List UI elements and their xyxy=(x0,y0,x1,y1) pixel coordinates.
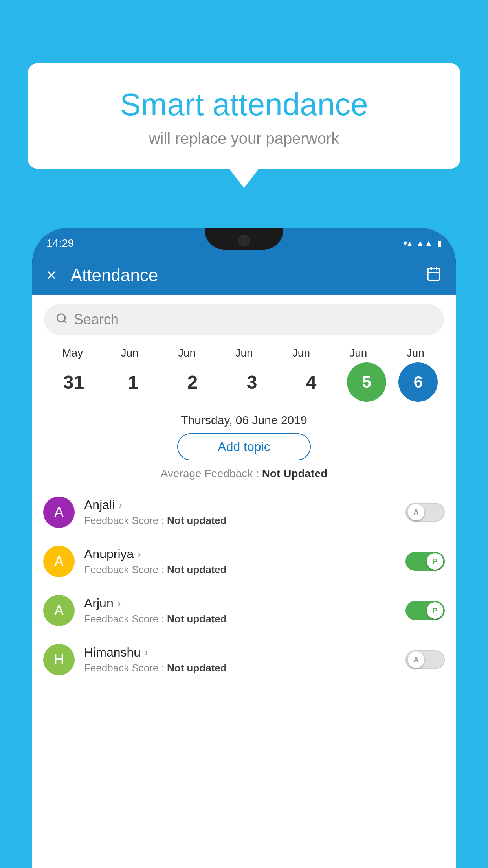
chevron-icon: › xyxy=(138,548,141,560)
app-bar-title: Attendance xyxy=(71,265,426,285)
chevron-icon: › xyxy=(119,499,122,511)
day-5-selected[interactable]: 5 xyxy=(347,362,386,402)
toggle-knob-anupriya: P xyxy=(427,553,443,570)
avg-feedback-label: Average Feedback : xyxy=(161,467,259,480)
day-4[interactable]: 4 xyxy=(288,371,335,393)
app-bar: × Attendance xyxy=(32,256,456,295)
month-4: Jun xyxy=(277,347,325,359)
student-item-anjali[interactable]: A Anjali › Feedback Score : Not updated … xyxy=(32,488,456,537)
svg-point-4 xyxy=(57,314,65,322)
month-5: Jun xyxy=(335,347,382,359)
battery-icon: ▮ xyxy=(437,238,442,248)
day-2[interactable]: 2 xyxy=(169,371,216,393)
search-placeholder: Search xyxy=(74,311,119,328)
avatar-anupriya: A xyxy=(43,546,75,577)
toggle-knob-anjali: A xyxy=(408,504,424,520)
phone-notch xyxy=(205,228,283,250)
avatar-anjali: A xyxy=(43,497,75,528)
calendar-months: May Jun Jun Jun Jun Jun Jun xyxy=(40,347,448,359)
selected-date: Thursday, 06 June 2019 xyxy=(32,414,456,427)
student-item-arjun[interactable]: A Arjun › Feedback Score : Not updated P xyxy=(32,586,456,635)
avg-feedback-value: Not Updated xyxy=(262,467,327,480)
svg-rect-0 xyxy=(428,268,440,280)
month-1: Jun xyxy=(106,347,153,359)
student-name-arjun: Arjun › xyxy=(84,596,405,611)
student-info-anupriya: Anupriya › Feedback Score : Not updated xyxy=(84,547,405,576)
day-1[interactable]: 1 xyxy=(110,371,157,393)
search-bar[interactable]: Search xyxy=(44,304,444,335)
status-time: 14:29 xyxy=(46,234,74,250)
status-icons: ▾▴ ▲▲ ▮ xyxy=(403,235,442,248)
calendar-days: 31 1 2 3 4 5 6 xyxy=(40,359,448,410)
toggle-knob-arjun: P xyxy=(427,602,443,619)
toggle-anupriya[interactable]: P xyxy=(405,552,445,571)
phone-camera xyxy=(238,235,250,246)
student-info-arjun: Arjun › Feedback Score : Not updated xyxy=(84,596,405,625)
phone-frame: 14:29 ▾▴ ▲▲ ▮ × Attendance xyxy=(32,228,456,868)
add-topic-button[interactable]: Add topic xyxy=(177,433,311,460)
student-name-anjali: Anjali › xyxy=(84,498,405,512)
student-item-anupriya[interactable]: A Anupriya › Feedback Score : Not update… xyxy=(32,537,456,586)
calendar-strip: May Jun Jun Jun Jun Jun Jun 31 1 2 3 4 5… xyxy=(32,343,456,410)
day-6-today[interactable]: 6 xyxy=(398,362,438,402)
day-3[interactable]: 3 xyxy=(228,371,275,393)
month-3: Jun xyxy=(220,347,268,359)
toggle-arjun[interactable]: P xyxy=(405,601,445,620)
speech-bubble-subtitle: will replace your paperwork xyxy=(47,130,441,147)
day-31[interactable]: 31 xyxy=(50,371,97,393)
avg-feedback: Average Feedback : Not Updated xyxy=(32,467,456,480)
avatar-himanshu: H xyxy=(43,644,75,675)
close-button[interactable]: × xyxy=(46,267,57,284)
speech-bubble: Smart attendance will replace your paper… xyxy=(28,63,460,169)
student-feedback-arjun: Feedback Score : Not updated xyxy=(84,613,405,625)
student-feedback-anupriya: Feedback Score : Not updated xyxy=(84,564,405,576)
student-feedback-himanshu: Feedback Score : Not updated xyxy=(84,662,405,674)
calendar-icon[interactable] xyxy=(426,266,442,285)
speech-bubble-title: Smart attendance xyxy=(47,86,441,123)
month-6: Jun xyxy=(392,347,439,359)
search-icon xyxy=(56,312,68,327)
month-2: Jun xyxy=(163,347,211,359)
chevron-icon: › xyxy=(145,646,148,658)
wifi-icon: ▾▴ xyxy=(403,238,412,248)
avatar-arjun: A xyxy=(43,595,75,626)
student-list: A Anjali › Feedback Score : Not updated … xyxy=(32,488,456,684)
toggle-knob-himanshu: A xyxy=(408,651,424,668)
student-name-himanshu: Himanshu › xyxy=(84,645,405,660)
toggle-himanshu[interactable]: A xyxy=(405,650,445,669)
svg-line-5 xyxy=(64,320,66,322)
signal-icon: ▲▲ xyxy=(416,238,433,248)
student-info-himanshu: Himanshu › Feedback Score : Not updated xyxy=(84,645,405,674)
student-item-himanshu[interactable]: H Himanshu › Feedback Score : Not update… xyxy=(32,635,456,684)
screen-content: Search May Jun Jun Jun Jun Jun Jun 31 1 … xyxy=(32,295,456,868)
student-feedback-anjali: Feedback Score : Not updated xyxy=(84,515,405,527)
student-info-anjali: Anjali › Feedback Score : Not updated xyxy=(84,498,405,527)
toggle-anjali[interactable]: A xyxy=(405,503,445,522)
student-name-anupriya: Anupriya › xyxy=(84,547,405,561)
month-0: May xyxy=(49,347,96,359)
chevron-icon: › xyxy=(117,597,121,609)
